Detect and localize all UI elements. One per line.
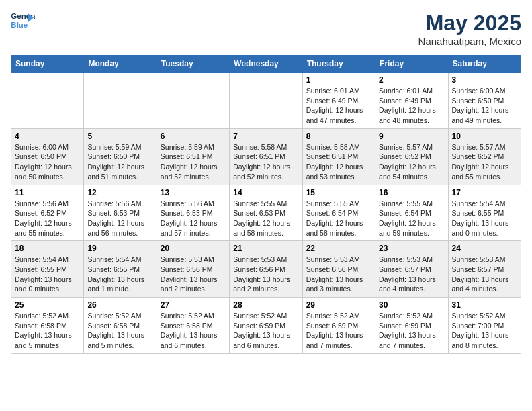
day-info: Sunrise: 5:52 AM Sunset: 6:59 PM Dayligh… — [233, 311, 298, 351]
day-info: Sunrise: 5:55 AM Sunset: 6:53 PM Dayligh… — [233, 199, 298, 238]
week-row-4: 18Sunrise: 5:54 AM Sunset: 6:55 PM Dayli… — [11, 241, 521, 298]
calendar-cell: 6Sunrise: 5:59 AM Sunset: 6:51 PM Daylig… — [157, 128, 229, 185]
day-number: 29 — [306, 300, 371, 310]
day-number: 30 — [379, 300, 444, 310]
day-info: Sunrise: 5:56 AM Sunset: 6:53 PM Dayligh… — [161, 199, 226, 238]
day-number: 9 — [379, 132, 444, 141]
calendar-cell: 22Sunrise: 5:53 AM Sunset: 6:56 PM Dayli… — [302, 241, 375, 298]
day-info: Sunrise: 5:52 AM Sunset: 6:58 PM Dayligh… — [87, 311, 152, 351]
calendar-cell: 23Sunrise: 5:53 AM Sunset: 6:57 PM Dayli… — [375, 241, 448, 298]
day-number: 7 — [233, 132, 298, 141]
day-info: Sunrise: 6:01 AM Sunset: 6:49 PM Dayligh… — [379, 86, 444, 126]
day-info: Sunrise: 5:53 AM Sunset: 6:56 PM Dayligh… — [161, 255, 226, 294]
page-header: General Blue May 2025 Nanahuatipam, Mexi… — [11, 11, 521, 47]
day-number: 28 — [233, 300, 298, 310]
day-info: Sunrise: 5:55 AM Sunset: 6:54 PM Dayligh… — [306, 199, 371, 238]
calendar-cell: 17Sunrise: 5:54 AM Sunset: 6:55 PM Dayli… — [448, 185, 521, 241]
day-info: Sunrise: 5:58 AM Sunset: 6:51 PM Dayligh… — [306, 142, 371, 182]
day-info: Sunrise: 5:56 AM Sunset: 6:52 PM Dayligh… — [15, 199, 80, 238]
day-number: 31 — [452, 300, 517, 310]
day-number: 13 — [161, 188, 226, 197]
day-info: Sunrise: 5:53 AM Sunset: 6:56 PM Dayligh… — [306, 255, 371, 294]
calendar-cell: 14Sunrise: 5:55 AM Sunset: 6:53 PM Dayli… — [230, 185, 302, 241]
calendar-table: SundayMondayTuesdayWednesdayThursdayFrid… — [11, 55, 521, 354]
calendar-cell — [84, 73, 157, 129]
location: Nanahuatipam, Mexico — [418, 36, 521, 47]
calendar-cell: 20Sunrise: 5:53 AM Sunset: 6:56 PM Dayli… — [157, 241, 229, 298]
day-number: 5 — [87, 132, 152, 141]
day-info: Sunrise: 5:54 AM Sunset: 6:55 PM Dayligh… — [87, 255, 152, 294]
weekday-header-sunday: Sunday — [11, 56, 84, 73]
calendar-cell: 29Sunrise: 5:52 AM Sunset: 6:59 PM Dayli… — [302, 298, 375, 354]
day-number: 22 — [306, 244, 371, 253]
day-info: Sunrise: 5:52 AM Sunset: 6:59 PM Dayligh… — [306, 311, 371, 351]
day-info: Sunrise: 6:00 AM Sunset: 6:50 PM Dayligh… — [452, 86, 517, 126]
calendar-cell: 26Sunrise: 5:52 AM Sunset: 6:58 PM Dayli… — [84, 298, 157, 354]
day-info: Sunrise: 5:53 AM Sunset: 6:57 PM Dayligh… — [379, 255, 444, 294]
day-number: 24 — [452, 244, 517, 253]
day-info: Sunrise: 5:52 AM Sunset: 6:59 PM Dayligh… — [379, 311, 444, 351]
weekday-header-saturday: Saturday — [448, 56, 521, 73]
day-number: 16 — [379, 188, 444, 197]
day-number: 14 — [233, 188, 298, 197]
week-row-3: 11Sunrise: 5:56 AM Sunset: 6:52 PM Dayli… — [11, 185, 521, 241]
weekday-header-wednesday: Wednesday — [230, 56, 302, 73]
calendar-cell: 31Sunrise: 5:52 AM Sunset: 7:00 PM Dayli… — [448, 298, 521, 354]
day-info: Sunrise: 5:52 AM Sunset: 7:00 PM Dayligh… — [452, 311, 517, 351]
day-number: 26 — [87, 300, 152, 310]
day-number: 2 — [379, 75, 444, 85]
day-info: Sunrise: 5:56 AM Sunset: 6:53 PM Dayligh… — [87, 199, 152, 238]
calendar-cell: 11Sunrise: 5:56 AM Sunset: 6:52 PM Dayli… — [11, 185, 84, 241]
logo: General Blue — [11, 11, 35, 31]
day-info: Sunrise: 5:54 AM Sunset: 6:55 PM Dayligh… — [452, 199, 517, 238]
day-number: 21 — [233, 244, 298, 253]
day-number: 11 — [15, 188, 80, 197]
calendar-cell: 21Sunrise: 5:53 AM Sunset: 6:56 PM Dayli… — [230, 241, 302, 298]
calendar-cell: 1Sunrise: 6:01 AM Sunset: 6:49 PM Daylig… — [302, 73, 375, 129]
day-number: 1 — [306, 75, 371, 85]
day-number: 19 — [87, 244, 152, 253]
day-number: 8 — [306, 132, 371, 141]
day-info: Sunrise: 5:53 AM Sunset: 6:57 PM Dayligh… — [452, 255, 517, 294]
calendar-cell: 25Sunrise: 5:52 AM Sunset: 6:58 PM Dayli… — [11, 298, 84, 354]
day-number: 25 — [15, 300, 80, 310]
calendar-cell — [230, 73, 302, 129]
day-info: Sunrise: 5:57 AM Sunset: 6:52 PM Dayligh… — [452, 142, 517, 182]
calendar-cell: 16Sunrise: 5:55 AM Sunset: 6:54 PM Dayli… — [375, 185, 448, 241]
week-row-2: 4Sunrise: 6:00 AM Sunset: 6:50 PM Daylig… — [11, 128, 521, 185]
calendar-cell: 13Sunrise: 5:56 AM Sunset: 6:53 PM Dayli… — [157, 185, 229, 241]
day-info: Sunrise: 5:58 AM Sunset: 6:51 PM Dayligh… — [233, 142, 298, 182]
calendar-cell — [157, 73, 229, 129]
calendar-cell: 15Sunrise: 5:55 AM Sunset: 6:54 PM Dayli… — [302, 185, 375, 241]
day-info: Sunrise: 5:57 AM Sunset: 6:52 PM Dayligh… — [379, 142, 444, 182]
calendar-cell: 5Sunrise: 5:59 AM Sunset: 6:50 PM Daylig… — [84, 128, 157, 185]
calendar-cell: 10Sunrise: 5:57 AM Sunset: 6:52 PM Dayli… — [448, 128, 521, 185]
day-info: Sunrise: 5:59 AM Sunset: 6:51 PM Dayligh… — [161, 142, 226, 182]
weekday-header-tuesday: Tuesday — [157, 56, 229, 73]
calendar-cell: 8Sunrise: 5:58 AM Sunset: 6:51 PM Daylig… — [302, 128, 375, 185]
calendar-cell: 12Sunrise: 5:56 AM Sunset: 6:53 PM Dayli… — [84, 185, 157, 241]
week-row-1: 1Sunrise: 6:01 AM Sunset: 6:49 PM Daylig… — [11, 73, 521, 129]
calendar-cell: 19Sunrise: 5:54 AM Sunset: 6:55 PM Dayli… — [84, 241, 157, 298]
svg-text:Blue: Blue — [11, 21, 28, 29]
weekday-header-friday: Friday — [375, 56, 448, 73]
calendar-cell: 7Sunrise: 5:58 AM Sunset: 6:51 PM Daylig… — [230, 128, 302, 185]
day-info: Sunrise: 6:01 AM Sunset: 6:49 PM Dayligh… — [306, 86, 371, 126]
day-number: 4 — [15, 132, 80, 141]
calendar-cell: 4Sunrise: 6:00 AM Sunset: 6:50 PM Daylig… — [11, 128, 84, 185]
calendar-cell: 28Sunrise: 5:52 AM Sunset: 6:59 PM Dayli… — [230, 298, 302, 354]
day-number: 3 — [452, 75, 517, 85]
calendar-cell: 18Sunrise: 5:54 AM Sunset: 6:55 PM Dayli… — [11, 241, 84, 298]
calendar-cell — [11, 73, 84, 129]
day-number: 18 — [15, 244, 80, 253]
day-info: Sunrise: 5:53 AM Sunset: 6:56 PM Dayligh… — [233, 255, 298, 294]
week-row-5: 25Sunrise: 5:52 AM Sunset: 6:58 PM Dayli… — [11, 298, 521, 354]
day-number: 20 — [161, 244, 226, 253]
day-info: Sunrise: 5:59 AM Sunset: 6:50 PM Dayligh… — [87, 142, 152, 182]
calendar-cell: 9Sunrise: 5:57 AM Sunset: 6:52 PM Daylig… — [375, 128, 448, 185]
day-info: Sunrise: 5:55 AM Sunset: 6:54 PM Dayligh… — [379, 199, 444, 238]
day-number: 27 — [161, 300, 226, 310]
day-number: 15 — [306, 188, 371, 197]
day-info: Sunrise: 6:00 AM Sunset: 6:50 PM Dayligh… — [15, 142, 80, 182]
weekday-header-thursday: Thursday — [302, 56, 375, 73]
